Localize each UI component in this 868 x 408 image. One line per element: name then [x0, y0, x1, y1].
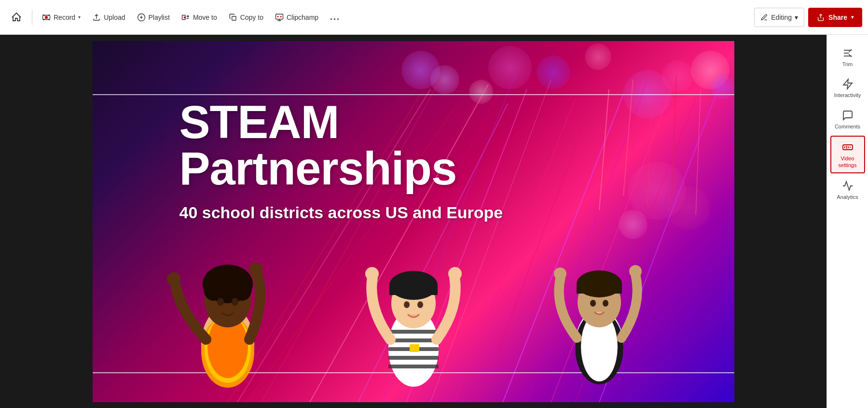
interactivity-label: Interactivity — [834, 92, 861, 98]
copy-to-label: Copy to — [240, 14, 263, 21]
upload-button[interactable]: Upload — [87, 7, 130, 28]
sidebar-item-trim[interactable]: Trim — [830, 42, 865, 71]
slide-container: STEAM Partnerships 40 school districts a… — [93, 41, 734, 402]
svg-point-61 — [448, 267, 462, 281]
editing-button[interactable]: Editing ▾ — [754, 8, 804, 27]
svg-point-43 — [217, 298, 224, 306]
svg-rect-54 — [410, 344, 419, 352]
svg-line-32 — [648, 84, 652, 205]
svg-point-60 — [365, 267, 379, 281]
record-chevron: ▾ — [78, 14, 81, 20]
more-button[interactable]: ... — [325, 7, 345, 28]
svg-rect-67 — [577, 284, 622, 294]
sidebar-item-analytics[interactable]: Analytics — [830, 175, 865, 204]
share-button[interactable]: Share ▾ — [808, 8, 862, 27]
svg-line-34 — [696, 89, 701, 215]
svg-point-42 — [233, 277, 252, 301]
svg-line-31 — [623, 80, 633, 196]
record-label: Record — [54, 14, 75, 21]
svg-line-33 — [672, 75, 676, 200]
slide-text: STEAM Partnerships 40 school districts a… — [179, 99, 503, 222]
trim-icon — [842, 47, 854, 59]
svg-rect-7 — [232, 16, 235, 20]
comments-icon — [842, 110, 854, 121]
share-chevron: ▾ — [851, 14, 854, 20]
more-label: ... — [330, 12, 340, 22]
svg-rect-75 — [843, 145, 853, 150]
svg-rect-49 — [388, 330, 439, 334]
playlist-button[interactable]: Playlist — [132, 7, 175, 28]
svg-point-70 — [554, 267, 566, 280]
home-button[interactable] — [6, 7, 27, 28]
svg-rect-8 — [276, 14, 283, 19]
analytics-icon — [842, 180, 854, 192]
copy-to-button[interactable]: Copy to — [224, 7, 268, 28]
move-to-label: Move to — [193, 14, 217, 21]
main-area: STEAM Partnerships 40 school districts a… — [0, 35, 868, 408]
slide-line-top — [93, 94, 734, 95]
upload-label: Upload — [104, 14, 125, 21]
svg-point-59 — [417, 301, 423, 308]
toolbar-right: Editing ▾ Share ▾ — [754, 8, 862, 27]
svg-point-45 — [167, 272, 180, 286]
svg-point-0 — [45, 16, 48, 19]
svg-point-41 — [204, 277, 223, 301]
analytics-label: Analytics — [837, 194, 858, 200]
slide-description: 40 school districts across US and Europe — [179, 203, 503, 222]
toolbar: Record ▾ Upload Playlist Move to Copy to — [0, 0, 868, 35]
sidebar-item-interactivity[interactable]: Interactivity — [830, 73, 865, 102]
share-label: Share — [828, 14, 847, 21]
slide-subtitle: Partnerships — [179, 145, 503, 192]
toolbar-divider-1 — [32, 10, 32, 25]
svg-point-6 — [183, 16, 185, 18]
video-settings-label: Video settings — [833, 155, 862, 169]
video-settings-icon — [842, 141, 854, 153]
svg-point-46 — [249, 263, 262, 276]
playlist-label: Playlist — [149, 14, 170, 21]
svg-rect-52 — [388, 356, 439, 360]
video-area[interactable]: STEAM Partnerships 40 school districts a… — [0, 35, 827, 408]
svg-rect-53 — [388, 365, 439, 368]
right-sidebar: Trim Interactivity Comments V — [827, 35, 868, 408]
svg-point-9 — [277, 16, 278, 17]
editing-chevron: ▾ — [795, 14, 798, 21]
sidebar-item-comments[interactable]: Comments — [830, 105, 865, 134]
editing-label: Editing — [771, 14, 792, 21]
svg-line-30 — [599, 89, 609, 210]
clipchamp-button[interactable]: Clipchamp — [270, 7, 323, 28]
svg-rect-57 — [389, 285, 438, 295]
svg-point-69 — [603, 300, 608, 307]
svg-point-68 — [590, 300, 596, 307]
svg-point-58 — [404, 301, 410, 308]
interactivity-icon — [842, 78, 854, 90]
svg-point-10 — [280, 16, 281, 17]
svg-point-71 — [629, 265, 642, 278]
svg-rect-50 — [388, 338, 439, 342]
svg-point-44 — [232, 298, 238, 306]
comments-label: Comments — [835, 123, 860, 130]
children-area — [93, 219, 734, 402]
record-button[interactable]: Record ▾ — [37, 7, 85, 28]
slide-title: STEAM — [179, 99, 503, 145]
trim-label: Trim — [842, 61, 853, 68]
sidebar-item-video-settings[interactable]: Video settings — [830, 136, 865, 174]
move-to-button[interactable]: Move to — [177, 7, 222, 28]
clipchamp-label: Clipchamp — [287, 14, 318, 21]
